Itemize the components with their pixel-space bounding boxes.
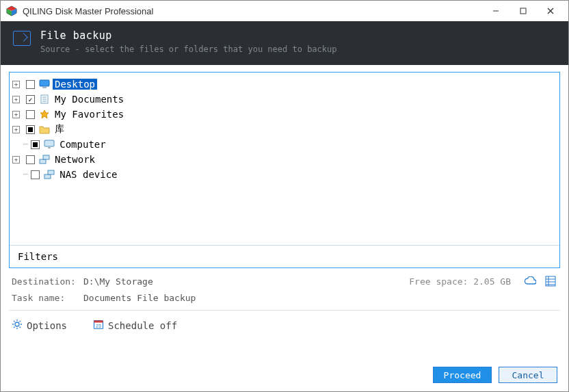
titlebar: QILING Disk Master Professional (1, 1, 568, 21)
tree-item[interactable]: +库 (12, 122, 557, 137)
task-name-value[interactable]: Documents File backup (83, 293, 196, 303)
tree-item-label[interactable]: Computer (57, 139, 107, 150)
minimize-button[interactable] (482, 1, 510, 21)
net-icon (39, 155, 50, 164)
expand-icon[interactable]: + (12, 96, 20, 103)
svg-text:23: 23 (96, 324, 101, 328)
options-label: Options (27, 320, 67, 331)
calendar-icon: 23 (93, 319, 104, 332)
schedule-label: Schedule off (108, 320, 177, 331)
tree-item-label[interactable]: NAS device (57, 169, 119, 180)
close-button[interactable] (537, 1, 564, 21)
schedule-button[interactable]: 23 Schedule off (93, 319, 177, 332)
svg-rect-16 (48, 147, 51, 148)
tree-item[interactable]: +Network (12, 152, 557, 167)
destination-value[interactable]: D:\My Storage (83, 276, 153, 287)
task-name-label: Task name: (12, 293, 77, 303)
tree-item[interactable]: +My Favorites (12, 107, 557, 122)
svg-rect-5 (520, 8, 526, 14)
browse-destination-icon[interactable] (544, 275, 557, 287)
expand-icon[interactable]: + (12, 156, 20, 164)
header-banner: File backup Source - select the files or… (1, 21, 568, 65)
tree-item[interactable]: +┈NAS device (12, 167, 557, 182)
footer: Proceed Cancel (1, 361, 568, 391)
tree-item[interactable]: +┈Computer (12, 137, 557, 152)
folder-icon (39, 125, 50, 134)
source-tree[interactable]: +Desktop+✓My Documents+My Favorites+库+┈C… (10, 73, 559, 245)
star-icon (39, 109, 50, 119)
svg-line-34 (14, 327, 15, 328)
page-subtitle: Source - select the files or folders tha… (40, 44, 336, 54)
tree-checkbox[interactable] (31, 140, 40, 149)
tree-item[interactable]: +✓My Documents (12, 92, 557, 107)
tree-item[interactable]: +Desktop (12, 77, 557, 92)
free-space-label: Free space: 2.05 GB (409, 276, 511, 287)
options-button[interactable]: Options (12, 319, 67, 332)
page-title: File backup (40, 29, 336, 42)
svg-line-32 (20, 327, 21, 328)
maximize-button[interactable] (510, 1, 537, 21)
tree-checkbox[interactable] (26, 155, 35, 164)
cloud-destination-icon[interactable] (523, 275, 537, 287)
tree-checkbox[interactable]: ✓ (26, 95, 35, 104)
svg-rect-15 (44, 140, 54, 146)
tree-item-label[interactable]: Desktop (53, 79, 97, 90)
tree-checkbox[interactable] (26, 110, 35, 119)
svg-rect-20 (48, 170, 54, 174)
desktop-icon (39, 79, 50, 89)
app-logo-icon (6, 5, 17, 16)
tree-checkbox[interactable] (26, 125, 35, 134)
tree-checkbox[interactable] (31, 170, 40, 179)
proceed-button[interactable]: Proceed (433, 367, 492, 383)
tree-item-label[interactable]: Network (53, 154, 97, 165)
svg-marker-14 (40, 110, 49, 118)
svg-rect-8 (40, 80, 49, 86)
doc-icon (39, 94, 50, 104)
tree-item-label[interactable]: 库 (53, 123, 66, 135)
monitor-icon (44, 140, 55, 149)
svg-point-26 (15, 322, 19, 326)
tree-checkbox[interactable] (26, 80, 35, 89)
svg-rect-17 (40, 159, 46, 164)
destination-row: Destination: D:\My Storage Free space: 2… (9, 268, 560, 290)
tree-item-label[interactable]: My Documents (53, 94, 126, 105)
filters-button[interactable]: Filters (10, 245, 559, 267)
tree-item-label[interactable]: My Favorites (53, 109, 126, 120)
svg-line-31 (14, 321, 15, 322)
expand-icon[interactable]: + (12, 111, 20, 118)
gear-icon (12, 319, 23, 332)
window-title: QILING Disk Master Professional (23, 6, 482, 16)
net-icon (44, 170, 55, 179)
svg-rect-36 (94, 321, 103, 323)
cancel-button[interactable]: Cancel (499, 367, 557, 383)
task-name-row: Task name: Documents File backup (9, 290, 560, 306)
svg-rect-18 (43, 155, 49, 159)
source-tree-panel: +Desktop+✓My Documents+My Favorites+库+┈C… (9, 72, 560, 268)
svg-rect-9 (42, 87, 47, 88)
expand-icon[interactable]: + (12, 126, 20, 133)
file-backup-icon (13, 31, 31, 46)
destination-label: Destination: (12, 276, 77, 287)
svg-line-33 (20, 321, 21, 322)
expand-icon[interactable]: + (12, 81, 20, 88)
svg-rect-19 (44, 174, 51, 179)
